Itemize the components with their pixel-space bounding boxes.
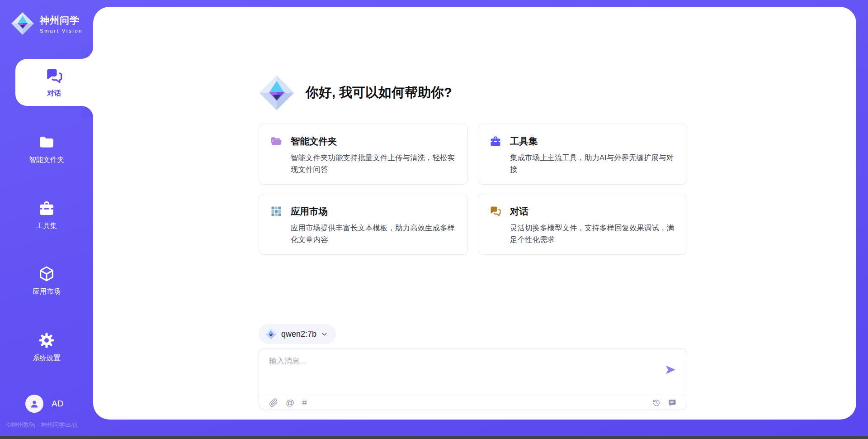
brand-name: 神州问学 <box>40 14 83 27</box>
card-head: 工具集 <box>489 135 676 148</box>
folder-icon <box>38 133 56 151</box>
sidebar-item-label: 应用市场 <box>33 287 61 296</box>
sidebar: 神州问学 Smart Vision 对话 智能文件夹 工具集 <box>0 0 93 439</box>
mention-button[interactable]: @ <box>286 398 294 407</box>
card-head: 应用市场 <box>270 205 457 218</box>
sidebar-item-label: 智能文件夹 <box>29 155 64 165</box>
at-icon: @ <box>286 398 294 407</box>
card-chat[interactable]: 对话 灵活切换多模型文件，支持多样回复效果调试，满足个性化需求 <box>478 194 687 255</box>
chat-bubble-icon <box>668 398 677 407</box>
conversation-button[interactable] <box>668 398 677 407</box>
composer-toolbar: @ # <box>259 395 687 410</box>
card-smart-folders[interactable]: 智能文件夹 智能文件夹功能支持批量文件上传与清洗，轻松实现文件问答 <box>259 124 468 185</box>
gear-icon <box>38 331 56 349</box>
card-description: 灵活切换多模型文件，支持多样回复效果调试，满足个性化需求 <box>510 222 676 245</box>
tab-curve-top <box>81 47 93 59</box>
bottom-edge <box>0 436 868 439</box>
toolbox-icon <box>38 199 56 217</box>
send-button[interactable] <box>664 364 677 377</box>
card-title: 工具集 <box>510 135 538 148</box>
message-composer: @ # <box>259 348 687 410</box>
topic-button[interactable]: # <box>302 398 307 407</box>
paperclip-icon <box>269 398 278 407</box>
shortcut-cards: 智能文件夹 智能文件夹功能支持批量文件上传与清洗，轻松实现文件问答 工具集 集成… <box>259 124 687 255</box>
cube-icon <box>38 265 56 283</box>
composer-toolbar-right <box>652 398 677 407</box>
brand-gem-logo-icon <box>11 12 34 35</box>
greeting-block: 你好, 我可以如何帮助你? <box>259 75 452 111</box>
chat-icon <box>489 205 502 218</box>
attach-file-button[interactable] <box>269 398 278 407</box>
card-description: 智能文件夹功能支持批量文件上传与清洗，轻松实现文件问答 <box>291 152 457 175</box>
greeting-title: 你好, 我可以如何帮助你? <box>306 84 452 102</box>
folder-open-icon <box>270 135 283 148</box>
brand: 神州问学 Smart Vision <box>11 12 83 35</box>
avatar <box>25 395 43 413</box>
history-icon <box>652 398 661 407</box>
sidebar-item-label: 系统设置 <box>33 353 61 363</box>
sidebar-item-smart-folders[interactable]: 智能文件夹 <box>0 133 93 165</box>
card-description: 应用市场提供丰富长文本模板，助力高效生成多样化文章内容 <box>291 222 457 245</box>
sidebar-item-label: 对话 <box>47 89 61 98</box>
model-gem-logo-icon <box>265 328 277 340</box>
chat-icon <box>45 67 64 86</box>
main-panel: 你好, 我可以如何帮助你? 智能文件夹 智能文件夹功能支持批量文件上传与清洗，轻… <box>93 7 856 420</box>
user-menu[interactable]: AD <box>25 395 63 413</box>
sidebar-item-settings[interactable]: 系统设置 <box>0 331 93 363</box>
card-head: 对话 <box>489 205 676 218</box>
message-input[interactable] <box>269 356 658 387</box>
send-icon <box>665 364 676 376</box>
assistant-gem-logo-icon <box>259 75 295 111</box>
toolbox-icon <box>489 135 502 148</box>
card-title: 应用市场 <box>291 205 328 218</box>
sidebar-item-chat[interactable]: 对话 <box>15 59 93 106</box>
card-toolset[interactable]: 工具集 集成市场上主流工具，助力AI与外界无缝扩展与对接 <box>478 124 687 185</box>
sidebar-item-app-market[interactable]: 应用市场 <box>0 265 93 296</box>
grid-icon <box>270 205 283 218</box>
card-title: 智能文件夹 <box>291 135 337 148</box>
card-head: 智能文件夹 <box>270 135 457 148</box>
chevron-down-icon <box>321 331 328 338</box>
sidebar-item-toolset[interactable]: 工具集 <box>0 199 93 231</box>
user-name: AD <box>52 399 63 409</box>
card-description: 集成市场上主流工具，助力AI与外界无缝扩展与对接 <box>510 152 676 175</box>
copyright-text: ©神州数码 · 神州问学出品 <box>6 421 77 429</box>
brand-subtitle: Smart Vision <box>40 28 83 33</box>
card-app-market[interactable]: 应用市场 应用市场提供丰富长文本模板，助力高效生成多样化文章内容 <box>259 194 468 255</box>
brand-text: 神州问学 Smart Vision <box>40 14 83 33</box>
person-icon <box>29 398 40 409</box>
hash-icon: # <box>302 398 307 407</box>
history-button[interactable] <box>652 398 661 407</box>
model-name: qwen2:7b <box>281 329 316 339</box>
sidebar-item-label: 工具集 <box>36 221 57 231</box>
card-title: 对话 <box>510 205 528 218</box>
model-selector[interactable]: qwen2:7b <box>259 324 336 344</box>
tab-curve-bottom <box>81 106 93 118</box>
